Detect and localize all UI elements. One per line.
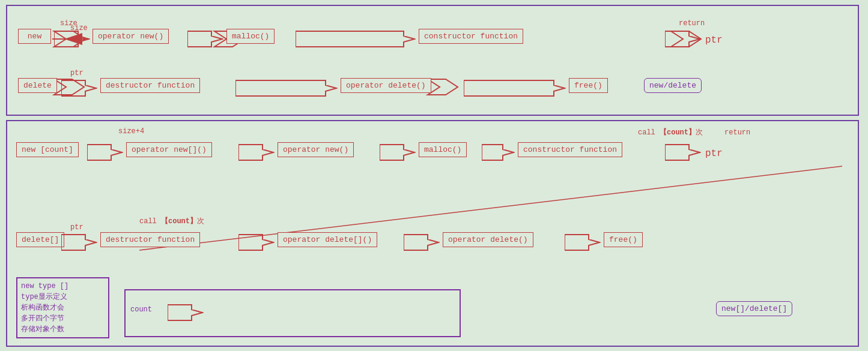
arrow4 (665, 29, 701, 49)
b-arrow9 (565, 232, 601, 253)
new-delete-badge: new/delete (644, 78, 702, 93)
delete-arr-box: delete[] (16, 232, 64, 247)
constructor-box: constructor function (419, 29, 523, 44)
ptr-label2: ptr (70, 69, 83, 77)
free-box: free() (569, 78, 608, 93)
svg-marker-26 (565, 235, 599, 250)
delete-box: delete (18, 78, 57, 93)
note-line1: new type [] (21, 281, 105, 292)
count-section: count (124, 289, 461, 337)
svg-marker-20 (380, 145, 414, 160)
op-new-arr-box: operator new[]() (126, 142, 212, 157)
count-label: count (130, 305, 152, 314)
arrow1 (54, 29, 90, 49)
svg-marker-27 (168, 305, 202, 320)
note-line3: 析构函数才会 (21, 302, 105, 313)
call-count-label: call 【count】次 (139, 216, 204, 226)
note-line4: 多开四个字节 (21, 313, 105, 324)
svg-marker-21 (482, 145, 514, 160)
constructor-box2: constructor function (518, 142, 622, 157)
arrow7 (464, 78, 566, 98)
op-delete-box2: operator delete() (443, 232, 533, 247)
svg-marker-14 (61, 80, 96, 96)
svg-marker-16 (464, 80, 565, 96)
op-new-box2: operator new() (278, 142, 354, 157)
svg-marker-23 (61, 235, 96, 250)
top-arrows-svg (7, 6, 858, 115)
arrow2 (187, 29, 223, 49)
svg-marker-25 (404, 235, 439, 250)
note-line2: type显示定义 (21, 292, 105, 302)
svg-marker-15 (235, 80, 336, 96)
op-delete-arr-box: operator delete[]() (278, 232, 377, 247)
arrow5 (61, 78, 97, 98)
new-arr-delete-arr-badge: new[]/delete[] (716, 301, 792, 316)
diagram-container: size new size operator new() malloc() co… (0, 0, 868, 351)
arrow3 (296, 29, 416, 49)
malloc-box2: malloc() (419, 142, 467, 157)
destructor-box2: destructor function (100, 232, 200, 247)
bottom-section: size+4 call 【count】次 return new [count] … (6, 120, 859, 347)
svg-marker-12 (296, 31, 414, 47)
return-label: return (679, 19, 705, 28)
svg-marker-18 (87, 145, 122, 160)
svg-marker-11 (187, 31, 222, 47)
b-arrow7 (238, 232, 275, 253)
svg-marker-19 (238, 145, 273, 160)
arrow6 (235, 78, 338, 98)
call-count-label-top: call 【count】次 return (638, 127, 750, 137)
note-line5: 存储对象个数 (21, 324, 105, 335)
count-arrow (168, 302, 204, 323)
size4-label: size+4 (118, 127, 144, 136)
svg-marker-22 (665, 145, 700, 160)
new-count-box: new [count] (16, 142, 79, 157)
top-section: size new size operator new() malloc() co… (6, 5, 859, 116)
note-box: new type [] type显示定义 析构函数才会 多开四个字节 存储对象个… (16, 277, 109, 338)
ptr-label4: ptr (70, 223, 83, 232)
new-box: new (18, 29, 51, 44)
ptr-label3: ptr (705, 148, 723, 159)
svg-marker-24 (238, 235, 273, 250)
size-label-text: size (60, 19, 77, 28)
b-arrow1 (87, 142, 123, 163)
b-arrow6 (61, 232, 97, 253)
b-arrow4 (482, 142, 515, 163)
svg-marker-10 (54, 31, 89, 47)
malloc-box: malloc() (226, 29, 275, 44)
op-new-box: operator new() (93, 29, 169, 44)
b-arrow5 (665, 142, 701, 163)
op-delete-box: operator delete() (341, 78, 431, 93)
destructor-box: destructor function (100, 78, 200, 93)
b-arrow8 (404, 232, 440, 253)
b-arrow3 (380, 142, 416, 163)
free-box2: free() (604, 232, 643, 247)
b-arrow2 (238, 142, 275, 163)
ptr-label: ptr (705, 35, 723, 46)
svg-marker-13 (665, 31, 700, 47)
svg-marker-9 (428, 79, 458, 95)
